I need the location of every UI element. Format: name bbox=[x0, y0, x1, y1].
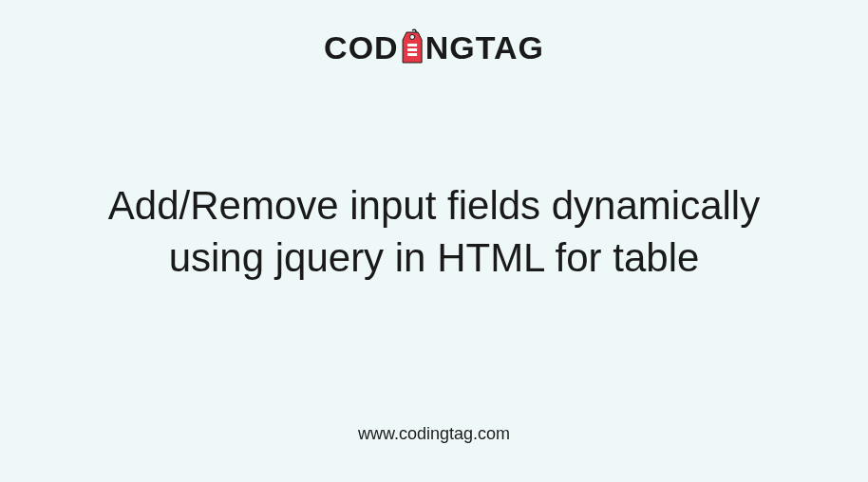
svg-point-0 bbox=[409, 35, 414, 40]
svg-rect-3 bbox=[407, 53, 417, 56]
logo: COD NGTAG bbox=[324, 28, 544, 66]
footer-url: www.codingtag.com bbox=[358, 424, 510, 444]
svg-rect-2 bbox=[407, 48, 417, 51]
page-title: Add/Remove input fields dynamically usin… bbox=[66, 180, 803, 284]
tag-icon bbox=[399, 28, 425, 66]
logo-text-before: COD bbox=[324, 29, 399, 66]
svg-rect-1 bbox=[407, 44, 417, 46]
logo-text-after: NGTAG bbox=[425, 29, 544, 66]
